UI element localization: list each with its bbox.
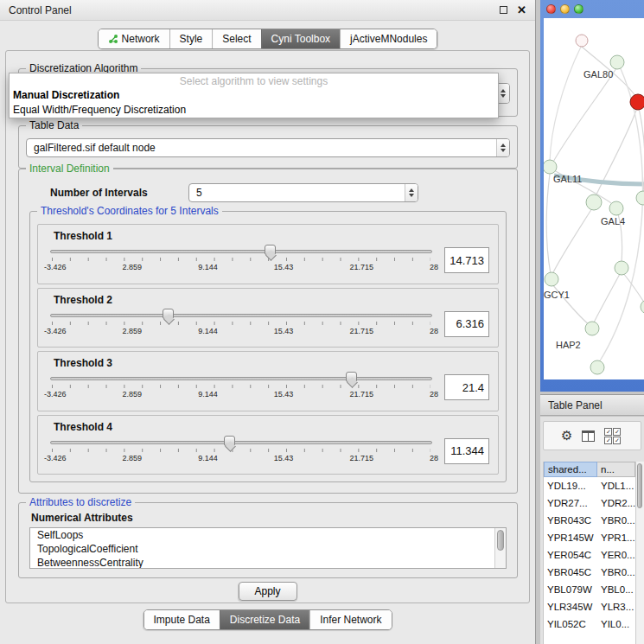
slider-scale-tick-label: -3.426 — [44, 390, 67, 399]
network-node[interactable] — [545, 272, 558, 286]
tab-cyni-toolbox[interactable]: Cyni Toolbox — [261, 29, 340, 48]
tab-network[interactable]: Network — [99, 29, 169, 48]
close-button[interactable] — [546, 4, 556, 14]
stepper-down-icon — [501, 94, 506, 98]
slider-thumb[interactable] — [224, 436, 235, 446]
control-panel-titlebar[interactable]: Control Panel ✕ — [0, 0, 535, 21]
tab-infer-network[interactable]: Infer Network — [309, 610, 391, 629]
table-row[interactable]: YIL052CYIL0... — [544, 615, 635, 633]
slider-scale-tick-label: 2.859 — [123, 390, 143, 399]
slider-thumb[interactable] — [346, 372, 357, 382]
table-data-combobox[interactable]: galFiltered.sif default node — [26, 138, 510, 157]
network-node[interactable] — [544, 160, 557, 174]
threshold-value-field[interactable]: 6.316 — [444, 311, 489, 337]
list-item-topologicalcoefficient[interactable]: TopologicalCoefficient — [30, 542, 506, 556]
threshold-slider[interactable]: -3.4262.8599.14415.4321.71528 — [50, 435, 432, 468]
tab-style[interactable]: Style — [169, 29, 213, 48]
checkbox-icon: ✓ — [604, 428, 612, 436]
tab-label: Style — [180, 33, 203, 45]
slider-scale-tick-label: 15.43 — [274, 263, 294, 271]
threshold-value-field[interactable]: 11.344 — [444, 438, 489, 464]
tab-impute-data[interactable]: Impute Data — [143, 610, 219, 629]
combobox-stepper[interactable] — [405, 184, 418, 201]
slider-thumb[interactable] — [265, 245, 276, 255]
table-row[interactable]: YLR345WYLR3... — [544, 598, 635, 615]
slider-track[interactable] — [50, 441, 432, 444]
list-item-betweennesscentrality[interactable]: BetweennessCentrality — [30, 556, 506, 569]
threshold-slider[interactable]: -3.4262.8599.14415.4321.71528 — [50, 371, 432, 404]
tab-label: Discretize Data — [230, 614, 300, 626]
threshold-value-field[interactable]: 14.713 — [444, 247, 489, 273]
tab-discretize-data[interactable]: Discretize Data — [220, 610, 309, 629]
thresholds-stack: Threshold 1 -3.4262.8599.14415.4321.7152… — [37, 224, 499, 475]
combobox-stepper[interactable] — [496, 139, 509, 156]
table-row[interactable]: YDL19...YDL1... — [544, 477, 635, 494]
slider-ticks — [52, 449, 430, 452]
network-edge[interactable] — [639, 108, 644, 192]
slider-scale-tick-label: 21.715 — [349, 263, 373, 271]
algorithm-option-manual-discretization[interactable]: Manual Discretization — [10, 88, 498, 103]
slider-scale-tick-label: 2.859 — [123, 263, 143, 271]
network-edge[interactable] — [546, 174, 551, 274]
algorithm-option-equal-width-frequency[interactable]: Equal Width/Frequency Discretization — [10, 103, 498, 118]
tab-select[interactable]: Select — [212, 29, 260, 48]
slider-ticks — [52, 258, 430, 261]
cell: YDL1... — [597, 481, 635, 491]
cell: YBL0... — [597, 584, 635, 595]
numerical-attributes-label: Numerical Attributes — [31, 512, 133, 524]
table-row[interactable]: YER054CYER0... — [544, 546, 635, 564]
tab-jactivemnodules[interactable]: jActiveMNodules — [340, 29, 437, 48]
network-node[interactable] — [576, 35, 588, 47]
network-node[interactable] — [641, 300, 644, 314]
threshold-slider[interactable]: -3.4262.8599.14415.4321.71528 — [50, 244, 432, 277]
attributes-list-scrollbar[interactable] — [494, 528, 506, 568]
network-node[interactable] — [609, 201, 623, 215]
network-window-titlebar[interactable] — [540, 0, 644, 18]
table-row[interactable]: YPR145WYPR1... — [544, 529, 635, 546]
gear-icon[interactable]: ⚙ — [561, 428, 572, 443]
float-window-icon[interactable] — [500, 6, 507, 14]
network-node[interactable] — [615, 261, 628, 275]
network-node[interactable] — [590, 360, 604, 374]
slider-thumb[interactable] — [163, 309, 174, 319]
column-header-shared-name[interactable]: shared... — [544, 462, 597, 477]
table-row[interactable]: YBR043CYBR0... — [544, 512, 635, 529]
list-item-selfloops[interactable]: SelfLoops — [30, 528, 506, 542]
threshold-value-field[interactable]: 21.4 — [444, 374, 489, 400]
control-panel-window: Control Panel ✕ Network Style Select Cyn… — [0, 0, 536, 644]
slider-track[interactable] — [50, 377, 432, 380]
apply-button[interactable]: Apply — [238, 582, 296, 601]
network-edge[interactable] — [552, 208, 592, 274]
slider-scale-labels: -3.4262.8599.14415.4321.71528 — [44, 454, 438, 462]
table-scrollbar[interactable] — [635, 462, 644, 644]
network-edge[interactable] — [594, 274, 620, 322]
threshold-slider[interactable]: -3.4262.8599.14415.4321.71528 — [50, 308, 432, 341]
network-node[interactable] — [636, 191, 644, 205]
scrollbar-thumb[interactable] — [637, 463, 642, 508]
table-row[interactable]: YDR27...YDR2... — [544, 494, 635, 512]
network-edge[interactable] — [552, 68, 616, 163]
network-node[interactable] — [585, 322, 599, 335]
select-columns-icon[interactable]: ✓ ✓ ✓ ✓ — [604, 428, 621, 444]
slider-track[interactable] — [50, 250, 432, 253]
network-edge[interactable] — [550, 45, 582, 162]
attributes-list[interactable]: SelfLoops TopologicalCoefficient Between… — [29, 527, 507, 569]
column-header-name[interactable]: n... — [597, 462, 635, 477]
minimize-button[interactable] — [560, 4, 570, 14]
table-row[interactable]: YBR045CYBR0... — [544, 564, 635, 581]
columns-icon[interactable] — [582, 430, 595, 442]
close-icon[interactable]: ✕ — [517, 4, 526, 16]
slider-scale-tick-label: 28 — [430, 263, 438, 271]
network-node[interactable] — [610, 55, 624, 69]
table-panel-header[interactable]: Table Panel — [540, 394, 644, 416]
number-of-intervals-combobox[interactable]: 5 — [188, 183, 418, 202]
table-row[interactable]: YBL079WYBL0... — [544, 581, 635, 598]
attributes-group-label: Attributes to discretize — [26, 496, 135, 508]
cell: YBL079W — [544, 584, 597, 595]
slider-track[interactable] — [50, 314, 432, 317]
network-canvas[interactable]: GAL80GAL11GAL4GCY1HAP2 — [544, 18, 644, 379]
network-node[interactable] — [586, 194, 602, 210]
scrollbar-thumb[interactable] — [497, 530, 504, 551]
zoom-button[interactable] — [574, 4, 583, 14]
network-node[interactable] — [630, 94, 644, 110]
